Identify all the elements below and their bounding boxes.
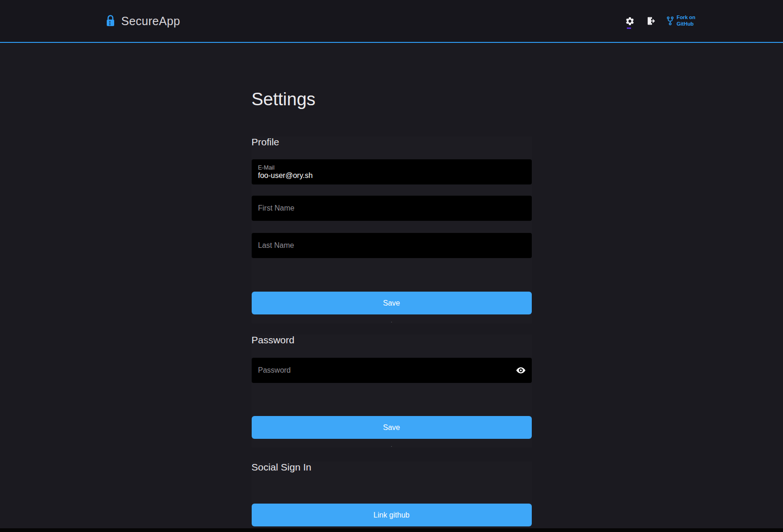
email-field[interactable]: E-Mail <box>252 159 532 184</box>
settings-page: Settings Profile E-Mail Save . Password <box>252 89 532 526</box>
page-title: Settings <box>252 89 532 109</box>
password-heading: Password <box>252 334 532 346</box>
password-form-message: . <box>252 442 532 448</box>
lock-icon <box>105 15 116 27</box>
logout-icon <box>646 16 656 26</box>
save-password-button[interactable]: Save <box>252 416 532 439</box>
logout-button[interactable] <box>645 15 657 27</box>
eye-icon <box>515 365 526 376</box>
app-logo: SecureApp <box>105 14 180 28</box>
save-profile-button[interactable]: Save <box>252 292 532 314</box>
first-name-field[interactable] <box>252 196 532 221</box>
app-header: SecureApp <box>0 0 783 43</box>
gear-active-indicator <box>627 27 631 29</box>
first-name-input[interactable] <box>258 204 525 212</box>
email-input[interactable] <box>258 171 525 180</box>
fork-on-github-link[interactable]: Fork on GitHub <box>666 14 695 27</box>
password-section: Password Save . <box>252 334 532 448</box>
link-github-button[interactable]: Link github <box>252 504 532 526</box>
last-name-field[interactable] <box>252 233 532 258</box>
source-fork-icon <box>666 16 674 26</box>
profile-section: Profile E-Mail Save . <box>252 136 532 323</box>
fork-link-label: Fork on GitHub <box>677 14 695 27</box>
profile-form-message: . <box>252 318 532 323</box>
viewport-bottom-strip <box>0 528 783 532</box>
profile-heading: Profile <box>252 136 532 148</box>
app-title: SecureApp <box>121 14 180 28</box>
password-field[interactable] <box>252 358 532 383</box>
settings-gear-button[interactable] <box>624 15 636 27</box>
email-label: E-Mail <box>258 164 525 171</box>
gear-icon <box>625 16 635 26</box>
toggle-password-visibility-button[interactable] <box>515 365 526 376</box>
social-sign-in-section: Social Sign In Link github <box>252 462 532 526</box>
last-name-input[interactable] <box>258 241 525 250</box>
social-sign-in-heading: Social Sign In <box>252 462 532 473</box>
header-actions: Fork on GitHub <box>624 14 695 27</box>
password-input[interactable] <box>258 366 525 375</box>
